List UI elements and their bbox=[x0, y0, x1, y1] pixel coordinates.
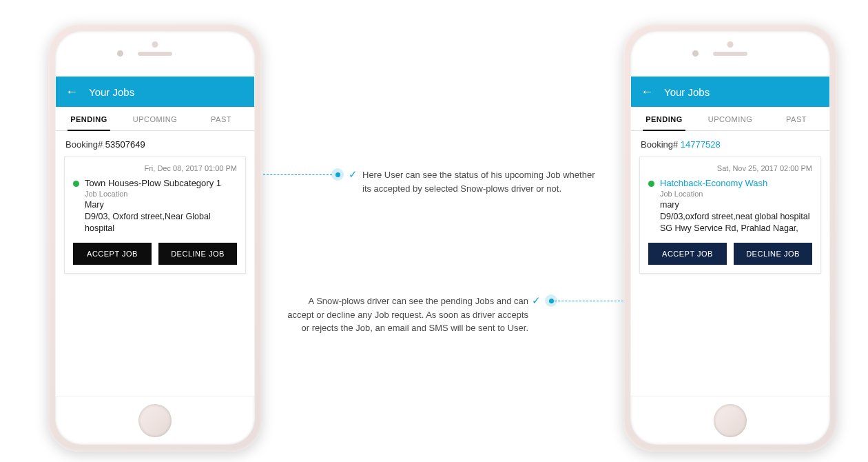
header-title: Your Jobs bbox=[664, 86, 710, 98]
tabs-bar: PENDING UPCOMING PAST bbox=[631, 107, 829, 131]
tab-upcoming[interactable]: UPCOMING bbox=[122, 107, 188, 130]
booking-line: Booking# 14777528 bbox=[631, 131, 829, 154]
booking-prefix: Booking# bbox=[65, 139, 105, 150]
annotation-bullet-icon bbox=[545, 294, 557, 307]
tab-past[interactable]: PAST bbox=[763, 107, 829, 130]
job-address: D9/03, Oxford street,Near Global hospita… bbox=[85, 211, 237, 234]
annotation-line bbox=[263, 174, 332, 175]
tab-pending[interactable]: PENDING bbox=[56, 107, 122, 130]
booking-line: Booking# 53507649 bbox=[56, 131, 254, 154]
check-icon: ✓ bbox=[349, 168, 358, 181]
back-arrow-icon[interactable]: ← bbox=[65, 86, 78, 98]
job-location-label: Job Location bbox=[660, 190, 812, 198]
app-header: ← Your Jobs bbox=[56, 77, 254, 107]
status-dot-icon bbox=[73, 181, 79, 187]
tab-past[interactable]: PAST bbox=[188, 107, 254, 130]
header-title: Your Jobs bbox=[89, 86, 134, 98]
job-location-label: Job Location bbox=[85, 190, 237, 198]
tab-upcoming[interactable]: UPCOMING bbox=[697, 107, 763, 130]
job-address: D9/03,oxford street,neat global hospital… bbox=[660, 211, 812, 234]
job-service-title: Town Houses-Plow Subcategory 1 bbox=[85, 178, 237, 188]
booking-id: 14777528 bbox=[681, 139, 721, 150]
job-date: Sat, Nov 25, 2017 02:00 PM bbox=[648, 164, 812, 172]
annotation-text: Here User can see the status of his upco… bbox=[362, 168, 603, 195]
job-customer: Mary bbox=[85, 199, 237, 211]
app-screen-right: ← Your Jobs PENDING UPCOMING PAST Bookin… bbox=[630, 76, 830, 396]
booking-prefix: Booking# bbox=[641, 139, 681, 150]
app-screen-left: ← Your Jobs PENDING UPCOMING PAST Bookin… bbox=[55, 76, 255, 396]
annotation-text: A Snow-plows driver can see the pending … bbox=[284, 294, 528, 335]
decline-job-button[interactable]: DECLINE JOB bbox=[158, 243, 237, 265]
home-button-icon[interactable] bbox=[138, 404, 172, 437]
job-customer: mary bbox=[660, 199, 812, 211]
accept-job-button[interactable]: ACCEPT JOB bbox=[73, 243, 152, 265]
job-date: Fri, Dec 08, 2017 01:00 PM bbox=[73, 164, 237, 172]
booking-id: 53507649 bbox=[105, 139, 145, 150]
check-icon: ✓ bbox=[532, 294, 541, 307]
accept-job-button[interactable]: ACCEPT JOB bbox=[648, 243, 727, 265]
back-arrow-icon[interactable]: ← bbox=[641, 86, 653, 98]
tab-pending[interactable]: PENDING bbox=[631, 107, 697, 130]
home-button-icon[interactable] bbox=[714, 404, 747, 437]
annotation-line bbox=[555, 301, 623, 301]
app-header: ← Your Jobs bbox=[631, 77, 829, 107]
decline-job-button[interactable]: DECLINE JOB bbox=[734, 243, 812, 265]
job-card: Fri, Dec 08, 2017 01:00 PM Town Houses-P… bbox=[64, 157, 246, 274]
job-card: Sat, Nov 25, 2017 02:00 PM Hatchback-Eco… bbox=[639, 157, 821, 274]
job-service-title: Hatchback-Economy Wash bbox=[660, 178, 812, 188]
status-dot-icon bbox=[648, 181, 654, 187]
annotation-bullet-icon bbox=[331, 168, 344, 181]
tabs-bar: PENDING UPCOMING PAST bbox=[56, 107, 254, 131]
